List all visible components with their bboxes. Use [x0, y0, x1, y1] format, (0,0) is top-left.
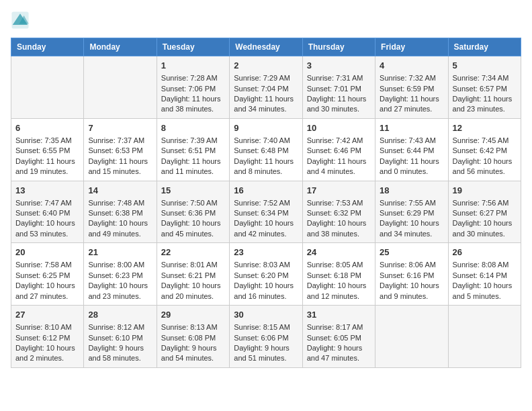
calendar-body: 1Sunrise: 7:28 AMSunset: 7:06 PMDaylight… — [11, 56, 521, 368]
calendar-table: SundayMondayTuesdayWednesdayThursdayFrid… — [11, 38, 521, 368]
cell-content: Sunset: 6:40 PM — [15, 208, 79, 218]
cell-content: Daylight: 10 hours and 9 minutes. — [380, 281, 443, 302]
week-row-5: 27Sunrise: 8:10 AMSunset: 6:12 PMDayligh… — [11, 306, 521, 368]
calendar-cell: 15Sunrise: 7:50 AMSunset: 6:36 PMDayligh… — [157, 181, 229, 243]
day-number: 22 — [161, 246, 225, 259]
day-header-sunday: Sunday — [11, 38, 84, 56]
cell-content: Sunrise: 7:43 AM — [380, 136, 443, 146]
logo — [11, 11, 32, 30]
cell-content: Sunrise: 8:00 AM — [88, 260, 152, 270]
cell-content: Daylight: 11 hours and 4 minutes. — [307, 156, 371, 177]
cell-content: Sunset: 6:21 PM — [161, 271, 225, 281]
calendar-cell: 28Sunrise: 8:12 AMSunset: 6:10 PMDayligh… — [84, 306, 157, 368]
cell-content: Sunset: 6:12 PM — [15, 333, 79, 343]
cell-content: Daylight: 9 hours and 51 minutes. — [234, 343, 298, 364]
cell-content: Daylight: 10 hours and 45 minutes. — [161, 218, 225, 239]
cell-content: Daylight: 10 hours and 23 minutes. — [88, 281, 152, 302]
week-row-3: 13Sunrise: 7:47 AMSunset: 6:40 PMDayligh… — [11, 181, 521, 243]
cell-content: Sunset: 6:06 PM — [234, 333, 298, 343]
cell-content: Sunrise: 8:10 AM — [15, 322, 79, 332]
day-number: 11 — [380, 122, 443, 134]
cell-content: Sunrise: 8:06 AM — [380, 260, 443, 270]
calendar-cell: 29Sunrise: 8:13 AMSunset: 6:08 PMDayligh… — [157, 306, 229, 368]
calendar-cell: 21Sunrise: 8:00 AMSunset: 6:23 PMDayligh… — [84, 243, 157, 306]
day-number: 25 — [380, 246, 443, 259]
header-row: SundayMondayTuesdayWednesdayThursdayFrid… — [11, 38, 521, 56]
cell-content: Daylight: 11 hours and 19 minutes. — [15, 156, 79, 177]
cell-content: Sunrise: 7:52 AM — [234, 198, 298, 208]
cell-content: Daylight: 10 hours and 16 minutes. — [234, 281, 298, 302]
cell-content: Sunset: 6:29 PM — [380, 208, 443, 218]
calendar-cell: 24Sunrise: 8:05 AMSunset: 6:18 PMDayligh… — [302, 243, 375, 306]
cell-content: Daylight: 11 hours and 11 minutes. — [161, 156, 225, 177]
day-number: 13 — [15, 185, 79, 197]
cell-content: Sunrise: 8:13 AM — [161, 322, 225, 332]
cell-content: Sunrise: 7:32 AM — [380, 73, 443, 83]
cell-content: Daylight: 10 hours and 38 minutes. — [307, 218, 371, 239]
cell-content: Sunrise: 8:15 AM — [234, 322, 298, 332]
calendar-cell: 23Sunrise: 8:03 AMSunset: 6:20 PMDayligh… — [230, 243, 302, 306]
cell-content: Sunset: 6:16 PM — [380, 271, 443, 281]
cell-content: Daylight: 10 hours and 53 minutes. — [15, 218, 79, 239]
cell-content: Sunset: 6:55 PM — [15, 146, 79, 156]
cell-content: Sunrise: 7:40 AM — [234, 136, 298, 146]
cell-content: Sunrise: 7:45 AM — [453, 136, 517, 146]
calendar-cell: 12Sunrise: 7:45 AMSunset: 6:42 PMDayligh… — [448, 118, 521, 181]
cell-content: Daylight: 10 hours and 12 minutes. — [307, 281, 371, 302]
day-header-friday: Friday — [375, 38, 448, 56]
cell-content: Daylight: 10 hours and 42 minutes. — [234, 218, 298, 239]
day-number: 8 — [161, 122, 225, 134]
day-header-thursday: Thursday — [302, 38, 375, 56]
cell-content: Sunrise: 7:55 AM — [380, 198, 443, 208]
cell-content: Sunrise: 7:50 AM — [161, 198, 225, 208]
calendar-cell: 22Sunrise: 8:01 AMSunset: 6:21 PMDayligh… — [157, 243, 229, 306]
day-number: 4 — [380, 60, 443, 72]
calendar-cell: 5Sunrise: 7:34 AMSunset: 6:57 PMDaylight… — [448, 56, 521, 119]
calendar-cell: 2Sunrise: 7:29 AMSunset: 7:04 PMDaylight… — [230, 56, 302, 119]
cell-content: Sunset: 6:32 PM — [307, 208, 371, 218]
cell-content: Daylight: 10 hours and 30 minutes. — [453, 218, 517, 239]
day-number: 2 — [234, 60, 298, 72]
cell-content: Sunrise: 8:17 AM — [307, 322, 371, 332]
cell-content: Sunrise: 7:37 AM — [88, 136, 152, 146]
day-number: 14 — [88, 185, 152, 197]
cell-content: Sunset: 6:44 PM — [380, 146, 443, 156]
calendar-cell: 20Sunrise: 7:58 AMSunset: 6:25 PMDayligh… — [11, 243, 84, 306]
day-number: 29 — [161, 309, 225, 321]
cell-content: Sunset: 6:20 PM — [234, 271, 298, 281]
day-number: 30 — [234, 309, 298, 321]
cell-content: Sunset: 6:10 PM — [88, 333, 152, 343]
day-header-wednesday: Wednesday — [230, 38, 302, 56]
cell-content: Sunset: 7:06 PM — [161, 84, 225, 94]
day-number: 17 — [307, 185, 371, 197]
cell-content: Daylight: 10 hours and 2 minutes. — [15, 343, 79, 364]
day-number: 12 — [453, 122, 517, 134]
cell-content: Sunset: 6:48 PM — [234, 146, 298, 156]
day-number: 5 — [453, 60, 517, 72]
cell-content: Sunrise: 8:05 AM — [307, 260, 371, 270]
calendar-cell: 13Sunrise: 7:47 AMSunset: 6:40 PMDayligh… — [11, 181, 84, 243]
cell-content: Sunset: 6:51 PM — [161, 146, 225, 156]
cell-content: Sunset: 6:42 PM — [453, 146, 517, 156]
calendar-cell: 3Sunrise: 7:31 AMSunset: 7:01 PMDaylight… — [302, 56, 375, 119]
cell-content: Sunrise: 7:53 AM — [307, 198, 371, 208]
cell-content: Sunrise: 7:56 AM — [453, 198, 517, 208]
calendar-cell: 1Sunrise: 7:28 AMSunset: 7:06 PMDaylight… — [157, 56, 229, 119]
cell-content: Daylight: 11 hours and 0 minutes. — [380, 156, 443, 177]
day-number: 6 — [15, 122, 79, 134]
cell-content: Sunset: 6:23 PM — [88, 271, 152, 281]
cell-content: Sunrise: 8:01 AM — [161, 260, 225, 270]
day-number: 10 — [307, 122, 371, 134]
cell-content: Daylight: 11 hours and 15 minutes. — [88, 156, 152, 177]
cell-content: Sunset: 6:34 PM — [234, 208, 298, 218]
calendar-cell: 9Sunrise: 7:40 AMSunset: 6:48 PMDaylight… — [230, 118, 302, 181]
cell-content: Sunset: 6:18 PM — [307, 271, 371, 281]
day-number: 28 — [88, 309, 152, 321]
calendar-cell — [84, 56, 157, 119]
cell-content: Daylight: 10 hours and 27 minutes. — [15, 281, 79, 302]
day-number: 23 — [234, 246, 298, 259]
calendar-cell: 8Sunrise: 7:39 AMSunset: 6:51 PMDaylight… — [157, 118, 229, 181]
cell-content: Daylight: 11 hours and 38 minutes. — [161, 94, 225, 115]
day-number: 27 — [15, 309, 79, 321]
calendar-cell: 11Sunrise: 7:43 AMSunset: 6:44 PMDayligh… — [375, 118, 448, 181]
